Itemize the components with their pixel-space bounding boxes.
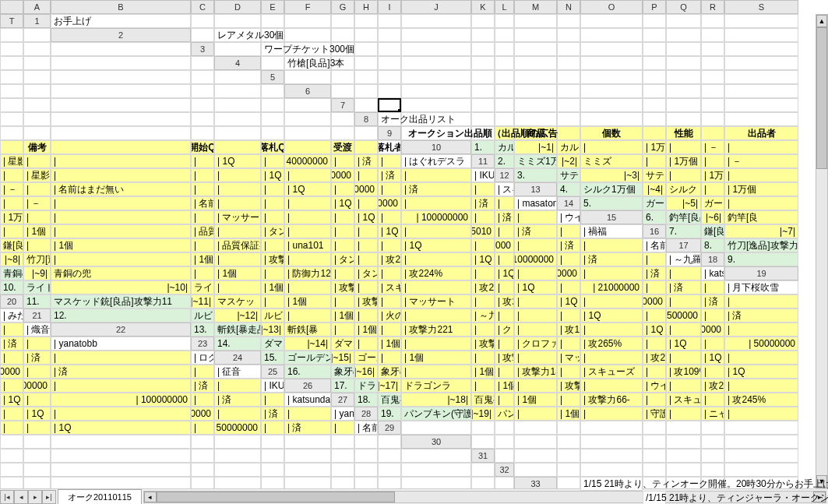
cell-F2[interactable] <box>354 28 378 42</box>
cell-Q8[interactable] <box>261 126 284 140</box>
cell-G22[interactable]: | <box>378 322 401 337</box>
cell-K31[interactable] <box>51 463 191 477</box>
cell-T1[interactable] <box>23 28 51 42</box>
cell-D32[interactable] <box>643 463 666 477</box>
cell-F12[interactable]: | 1万個 <box>701 168 724 182</box>
sheet-tab[interactable]: オーク20110115 <box>58 489 142 505</box>
cell-R22[interactable]: | 済 <box>0 337 23 351</box>
cell-M28[interactable]: | <box>23 421 51 435</box>
cell-B16[interactable]: 鎌[良品]4日 <box>701 224 724 238</box>
cell-T18[interactable]: | katsunda <box>701 266 724 280</box>
row-header-15[interactable]: 15 <box>580 210 643 224</box>
cell-E31[interactable] <box>643 449 666 463</box>
cell-B32[interactable] <box>557 463 580 477</box>
cell-I6[interactable] <box>580 84 643 98</box>
cell-S23[interactable]: | <box>51 351 191 365</box>
cell-G31[interactable] <box>701 449 724 463</box>
cell-O2[interactable] <box>666 28 701 42</box>
cell-L18[interactable]: | 攻224% <box>401 266 471 280</box>
nav-next[interactable]: ▸ <box>28 490 42 504</box>
cell-R27[interactable]: | 済 <box>261 407 284 421</box>
col-header-E[interactable]: E <box>261 0 284 14</box>
row-header-20[interactable]: 20 <box>0 294 23 308</box>
cell-N6[interactable] <box>0 98 23 112</box>
cell-M20[interactable]: | <box>514 294 557 308</box>
cell-P3[interactable] <box>724 42 798 56</box>
cell-Q30[interactable] <box>331 449 354 463</box>
cell-D25[interactable]: 象牙の杖 <box>378 365 401 379</box>
cell-H29[interactable] <box>666 421 701 435</box>
cell-L11[interactable]: | <box>191 168 214 182</box>
cell-A23[interactable]: 14. <box>214 337 261 351</box>
cell-N29[interactable] <box>191 435 214 449</box>
cell-P12[interactable]: | 100000000 <box>354 182 378 196</box>
cell-A5[interactable] <box>284 70 331 84</box>
cell-K8[interactable] <box>724 112 798 126</box>
vscroll-thumb[interactable] <box>816 27 827 169</box>
cell-L24[interactable]: | 攻217% <box>643 351 666 365</box>
col-header-D[interactable]: D <box>214 0 261 14</box>
cell-E18[interactable]: | <box>191 266 214 280</box>
cell-H10[interactable]: | － <box>701 140 724 154</box>
cell-D8[interactable] <box>495 112 514 126</box>
cell-G13[interactable]: | <box>0 196 23 210</box>
cell-I2[interactable] <box>471 28 495 42</box>
cell-G20[interactable]: | <box>331 294 354 308</box>
cell-L12[interactable]: | <box>214 182 261 196</box>
cell-N31[interactable] <box>261 463 284 477</box>
cell-H26[interactable]: | 攻撃力282 <box>557 379 580 393</box>
col-header-J[interactable]: J <box>401 0 471 14</box>
cell-K16[interactable]: | <box>331 238 354 252</box>
cell-S11[interactable]: | <box>401 168 471 182</box>
cell-C31[interactable] <box>557 449 580 463</box>
cell-Q17[interactable]: | <box>557 252 580 266</box>
cell-Q31[interactable] <box>354 463 378 477</box>
cell-L9[interactable]: 備考 <box>23 140 51 154</box>
cell-C30[interactable] <box>514 435 557 449</box>
cell-J15[interactable]: | タングステン <box>261 224 284 238</box>
cell-I28[interactable]: | <box>666 407 701 421</box>
cell-C29[interactable] <box>495 421 514 435</box>
cell-G2[interactable] <box>378 28 401 42</box>
cell-Q6[interactable] <box>191 98 214 112</box>
cell-T14[interactable]: | ウイサン <box>557 210 580 224</box>
cell-H3[interactable] <box>471 42 495 56</box>
cell-A20[interactable]: 11. <box>23 294 51 308</box>
cell-T4[interactable] <box>214 70 261 84</box>
cell-D5[interactable] <box>378 70 401 84</box>
cell-P29[interactable] <box>261 435 284 449</box>
cell-B2[interactable]: レアメタル30個 <box>214 28 261 42</box>
col-header-R[interactable]: R <box>701 0 724 14</box>
cell-H1[interactable] <box>378 14 401 28</box>
cell-A4[interactable] <box>261 56 284 70</box>
col-header-A[interactable]: A <box>23 0 51 14</box>
row-header-2[interactable]: 2 <box>51 28 191 42</box>
cell-O11[interactable]: | <box>284 168 331 182</box>
row-header-10[interactable]: 10 <box>401 140 471 154</box>
cell-J16[interactable]: | una101 <box>284 238 331 252</box>
cell-S15[interactable]: | <box>557 224 580 238</box>
cell-H11[interactable]: | － <box>724 154 798 168</box>
cell-G24[interactable]: | <box>471 351 495 365</box>
cell-G29[interactable] <box>643 421 666 435</box>
cell-K24[interactable]: | <box>580 351 643 365</box>
cell-E19[interactable]: | <box>214 280 261 294</box>
cell-B15[interactable]: 釣竿[良品]7日 <box>666 210 701 224</box>
cell-O21[interactable]: | <box>643 308 666 322</box>
cell-L28[interactable]: | <box>0 421 23 435</box>
cell-C11[interactable]: |~2| <box>557 154 580 168</box>
cell-L8[interactable] <box>0 126 23 140</box>
cell-C7[interactable] <box>401 98 471 112</box>
cell-E2[interactable] <box>331 28 354 42</box>
cell-E9[interactable] <box>557 126 580 140</box>
cell-M12[interactable]: | <box>261 182 284 196</box>
cell-S19[interactable]: | <box>701 280 724 294</box>
cell-F10[interactable]: | 1万個 <box>643 140 666 154</box>
cell-O8[interactable] <box>191 126 214 140</box>
cell-G18[interactable]: | <box>261 266 284 280</box>
cell-E27[interactable]: | <box>495 393 514 407</box>
cell-H6[interactable] <box>557 84 580 98</box>
cell-C6[interactable] <box>378 84 401 98</box>
cell-P25[interactable]: | 15000000 <box>23 379 51 393</box>
cell-P22[interactable]: | 30980000 <box>701 322 724 337</box>
